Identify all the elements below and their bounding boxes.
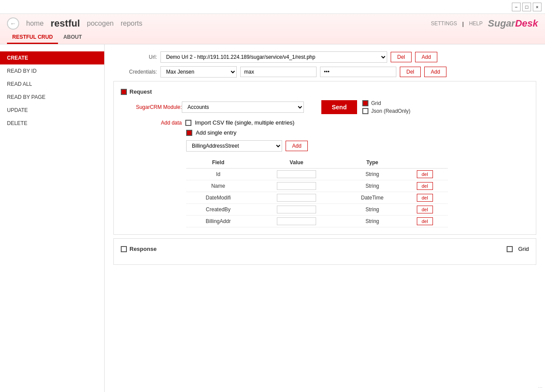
sub-nav: RESTFUL CRUD ABOUT — [7, 31, 538, 44]
grid-checkbox[interactable] — [362, 100, 368, 106]
cell-field-4: BillingAddr — [186, 216, 250, 227]
title-bar: − □ × — [0, 0, 545, 14]
module-select[interactable]: Accounts — [182, 101, 304, 113]
sidebar-item-update[interactable]: UPDATE — [0, 104, 104, 117]
cell-del-2[interactable]: del — [402, 192, 448, 204]
request-title: Request — [129, 88, 152, 95]
field-add-row: BillingAddressStreet Add — [121, 140, 529, 152]
cell-type-3: String — [343, 204, 402, 216]
output-options: Grid Json (ReadOnly) — [362, 100, 410, 114]
credentials-name-select[interactable]: Max Jensen — [160, 66, 237, 78]
cell-type-2: DateTime — [343, 192, 402, 204]
request-checkbox[interactable] — [121, 89, 127, 95]
help-link[interactable]: HELP — [469, 20, 483, 27]
credentials-del-button[interactable]: Del — [400, 67, 421, 77]
cell-del-1[interactable]: del — [402, 180, 448, 192]
table-row: BillingAddr String del — [186, 216, 448, 227]
cell-value-2[interactable] — [250, 192, 343, 204]
sidebar-item-read-by-page[interactable]: READ BY PAGE — [0, 91, 104, 104]
json-label: Json (ReadOnly) — [371, 108, 410, 114]
cell-value-0[interactable] — [250, 169, 343, 180]
del-row-4-button[interactable]: del — [417, 217, 433, 225]
restore-button[interactable]: □ — [522, 3, 531, 11]
import-csv-label: Import CSV file (single, multiple entrie… — [195, 119, 294, 126]
data-table: Field Value Type Id String del Name Stri… — [186, 157, 448, 227]
cell-value-1[interactable] — [250, 180, 343, 192]
send-button[interactable]: Send — [321, 100, 357, 114]
del-row-3-button[interactable]: del — [417, 206, 433, 213]
table-row: Id String del — [186, 169, 448, 180]
del-row-0-button[interactable]: del — [417, 170, 433, 178]
sidebar-item-read-all[interactable]: READ ALL — [0, 78, 104, 91]
request-section: Request SugarCRM Module: Accounts Send G… — [113, 81, 536, 235]
window-controls: − □ × — [512, 3, 542, 11]
json-option: Json (ReadOnly) — [362, 108, 410, 114]
header-right: SETTINGS | HELP SugarDesk — [431, 18, 538, 29]
response-checkbox[interactable] — [121, 246, 127, 252]
cell-field-0: Id — [186, 169, 250, 180]
module-send-row: SugarCRM Module: Accounts Send Grid Json… — [121, 100, 529, 114]
sidebar-item-read-by-id[interactable]: READ BY ID — [0, 64, 104, 78]
main-nav: ← home restful pocogen reports — [7, 17, 142, 30]
url-select[interactable]: Demo Url 2 - http://191.101.224.189/suga… — [160, 51, 387, 63]
add-single-checkbox[interactable] — [186, 130, 192, 136]
sidebar-item-create[interactable]: CREATE — [0, 51, 104, 64]
minimize-button[interactable]: − — [512, 3, 521, 11]
settings-link[interactable]: SETTINGS — [431, 20, 457, 27]
del-row-2-button[interactable]: del — [417, 194, 433, 202]
sidebar: CREATE READ BY ID READ ALL READ BY PAGE … — [0, 44, 105, 392]
cell-type-1: String — [343, 180, 402, 192]
cell-del-0[interactable]: del — [402, 169, 448, 180]
url-del-button[interactable]: Del — [391, 52, 412, 62]
table-row: Name String del — [186, 180, 448, 192]
grid-label: Grid — [371, 100, 381, 106]
app-header: ← home restful pocogen reports SETTINGS … — [0, 14, 545, 44]
app-logo: SugarDesk — [488, 18, 538, 29]
import-csv-checkbox[interactable] — [185, 120, 191, 126]
add-field-button[interactable]: Add — [286, 141, 308, 151]
credentials-label: Credentials: — [113, 69, 157, 75]
add-data-row: Add data Import CSV file (single, multip… — [121, 119, 529, 126]
credentials-pass-input[interactable] — [320, 67, 396, 77]
cell-value-4[interactable] — [250, 216, 343, 227]
cell-del-4[interactable]: del — [402, 216, 448, 227]
response-grid-label: Grid — [518, 246, 529, 252]
url-label: Url: — [113, 54, 157, 60]
json-checkbox[interactable] — [362, 108, 368, 114]
request-header: Request — [121, 88, 529, 95]
cell-field-1: Name — [186, 180, 250, 192]
credentials-add-button[interactable]: Add — [424, 67, 446, 77]
add-single-row: Add single entry — [121, 129, 529, 136]
main-layout: CREATE READ BY ID READ ALL READ BY PAGE … — [0, 44, 545, 392]
content-area: Url: Demo Url 2 - http://191.101.224.189… — [105, 44, 545, 392]
table-row: CreatedBy String del — [186, 204, 448, 216]
close-button[interactable]: × — [533, 3, 542, 11]
credentials-user-input[interactable] — [240, 67, 317, 77]
response-section: Response Grid — [113, 238, 536, 265]
module-label: SugarCRM Module: — [121, 104, 182, 110]
nav-restful-link[interactable]: restful — [51, 18, 80, 29]
url-row: Url: Demo Url 2 - http://191.101.224.189… — [113, 51, 536, 63]
subnav-about[interactable]: ABOUT — [58, 31, 87, 44]
response-grid-checkbox[interactable] — [507, 246, 513, 252]
nav-home-link[interactable]: home — [26, 20, 44, 27]
url-add-button[interactable]: Add — [415, 52, 437, 62]
col-type-header: Type — [343, 157, 402, 169]
nav-reports-link[interactable]: reports — [121, 20, 143, 27]
sidebar-item-delete[interactable]: DELETE — [0, 117, 104, 130]
table-row: DateModifi DateTime del — [186, 192, 448, 204]
response-title: Response — [129, 246, 157, 252]
grid-option: Grid — [362, 100, 410, 106]
add-data-label: Add data — [121, 120, 182, 126]
field-select[interactable]: BillingAddressStreet — [186, 140, 282, 152]
resize-handle[interactable]: ⋯ — [538, 385, 543, 390]
back-button[interactable]: ← — [7, 17, 19, 30]
cell-del-3[interactable]: del — [402, 204, 448, 216]
subnav-restful-crud[interactable]: RESTFUL CRUD — [7, 31, 58, 44]
header-top: ← home restful pocogen reports SETTINGS … — [7, 17, 538, 30]
credentials-row: Credentials: Max Jensen Del Add — [113, 66, 536, 78]
col-value-header: Value — [250, 157, 343, 169]
del-row-1-button[interactable]: del — [417, 182, 433, 190]
cell-value-3[interactable] — [250, 204, 343, 216]
nav-pocogen-link[interactable]: pocogen — [87, 20, 113, 27]
